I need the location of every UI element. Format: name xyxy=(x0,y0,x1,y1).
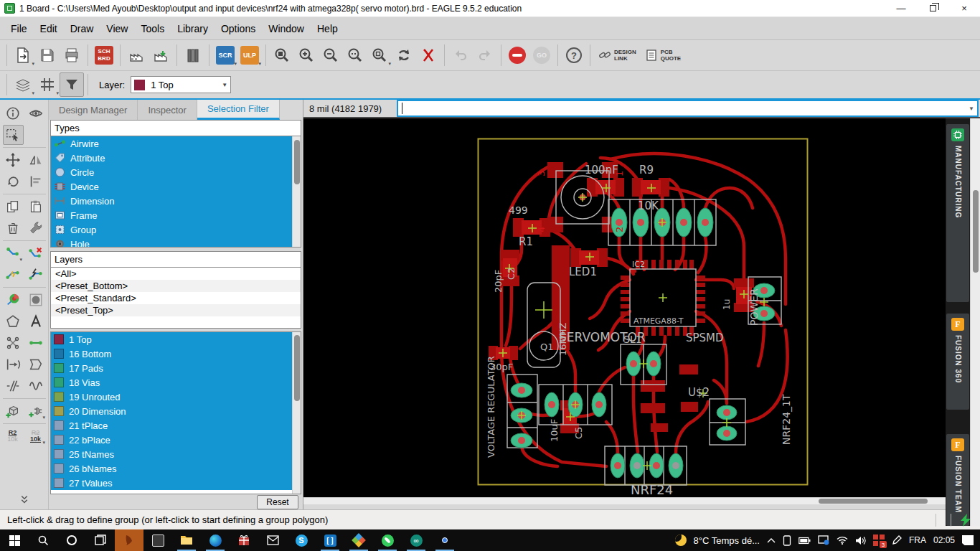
help-button[interactable]: ? xyxy=(562,43,586,67)
menu-tools[interactable]: Tools xyxy=(134,20,171,37)
tab-design-manager[interactable]: Design Manager xyxy=(49,100,138,120)
taskbar-edge-button[interactable] xyxy=(201,529,230,551)
type-dimension[interactable]: Dimension xyxy=(51,194,301,208)
change-tool[interactable] xyxy=(25,218,46,238)
menu-draw[interactable]: Draw xyxy=(64,20,100,37)
taskbar-eagle-button[interactable] xyxy=(115,529,143,551)
menu-window[interactable]: Window xyxy=(262,20,311,37)
menu-help[interactable]: Help xyxy=(311,20,344,37)
design-link-button[interactable]: DESIGNLINK xyxy=(598,49,636,62)
polygon-edge-tool[interactable] xyxy=(25,354,46,375)
zoom-page-button[interactable]: ▾ xyxy=(367,43,392,67)
volume-icon[interactable] xyxy=(855,536,866,545)
name-tool[interactable]: R210k xyxy=(2,426,23,446)
wifi-icon[interactable] xyxy=(837,536,848,545)
preset-standard[interactable]: <Preset_Standard> xyxy=(51,292,301,304)
layer-row-bplace[interactable]: 22 bPlace xyxy=(51,433,301,447)
value-tool[interactable]: R210k▾ xyxy=(25,426,46,446)
pcb-quote-button[interactable]: PCBQUOTE xyxy=(645,49,681,62)
group-select-tool[interactable] xyxy=(3,125,24,145)
minimize-button[interactable]: — xyxy=(885,0,917,17)
tab-inspector[interactable]: Inspector xyxy=(138,100,197,120)
stop-button[interactable] xyxy=(505,43,529,67)
reset-button[interactable]: Reset xyxy=(257,495,298,509)
command-input[interactable]: ▼ xyxy=(397,100,979,117)
airwire-tool[interactable] xyxy=(25,333,46,353)
zoom-select-button[interactable] xyxy=(343,43,367,67)
canvas-hscrollbar[interactable] xyxy=(303,497,946,504)
layer-row-bottom[interactable]: 16 Bottom xyxy=(51,347,301,361)
go-button[interactable]: GO xyxy=(529,43,554,67)
optimize-tool[interactable] xyxy=(25,265,46,285)
ulp-button[interactable]: ULP▾ xyxy=(237,43,262,67)
taskbar-whatsapp-button[interactable] xyxy=(373,529,402,551)
grid-button[interactable]: ▾ xyxy=(35,72,60,97)
preset-all[interactable]: <All> xyxy=(51,268,301,280)
battery-icon[interactable] xyxy=(798,537,811,545)
updates-badge-icon[interactable]: 3 xyxy=(873,534,885,546)
task-view-button[interactable] xyxy=(86,529,115,551)
zoom-out-button[interactable] xyxy=(319,43,343,67)
layer-row-tplace[interactable]: 21 tPlace xyxy=(51,418,301,433)
taskbar-gift-button[interactable] xyxy=(230,529,258,551)
unroute-tool[interactable] xyxy=(2,265,23,285)
add-device-tool[interactable]: ▾ xyxy=(25,401,46,421)
type-circle[interactable]: Circle xyxy=(51,165,301,179)
route-tool[interactable]: ▾ xyxy=(2,243,23,263)
layer-row-bnames[interactable]: 26 bNames xyxy=(51,461,301,476)
taskbar-explorer-button[interactable] xyxy=(172,529,201,551)
scrollbar-thumb[interactable] xyxy=(819,499,928,504)
schematic-board-toggle-button[interactable]: SCHBRD xyxy=(92,43,116,67)
cancel-command-button[interactable] xyxy=(416,43,440,67)
polygon-tool[interactable] xyxy=(2,311,23,331)
taskbar-mail-button[interactable] xyxy=(258,529,287,551)
ripup-tool[interactable] xyxy=(25,243,46,263)
circle-tool[interactable] xyxy=(25,290,46,310)
ratsnest-tool[interactable] xyxy=(2,333,23,353)
tab-fusion-360[interactable]: F FUSION 360 xyxy=(946,314,969,410)
copy-tool[interactable] xyxy=(2,197,23,217)
open-file-button[interactable]: ▾ xyxy=(11,43,35,67)
zoom-in-button[interactable] xyxy=(294,43,319,67)
layers-scrollbar[interactable] xyxy=(292,332,301,494)
redo-button[interactable] xyxy=(473,43,497,67)
tray-expand-icon[interactable] xyxy=(767,537,776,543)
type-attribute[interactable]: Attribute xyxy=(51,151,301,165)
layer-row-top[interactable]: 1 Top xyxy=(51,332,301,347)
layer-dropdown[interactable]: 1 Top ▼ xyxy=(131,76,231,93)
type-frame[interactable]: Frame xyxy=(51,208,301,222)
scrollbar-thumb[interactable] xyxy=(973,190,979,273)
rotate-tool[interactable] xyxy=(2,171,23,192)
mirror-tool[interactable] xyxy=(25,150,46,170)
taskbar-code-button[interactable]: [ ] xyxy=(316,529,344,551)
search-button[interactable] xyxy=(29,529,57,551)
language-indicator[interactable]: FRA xyxy=(909,535,926,545)
signal-tool[interactable] xyxy=(2,354,23,375)
paste-tool[interactable] xyxy=(25,197,46,217)
split-tool[interactable] xyxy=(2,376,23,396)
move-tool[interactable] xyxy=(2,150,23,170)
taskbar-skype-button[interactable]: S xyxy=(287,529,316,551)
menu-file[interactable]: File xyxy=(4,20,34,37)
preset-top[interactable]: <Preset_Top> xyxy=(51,304,301,316)
phone-link-icon[interactable] xyxy=(783,535,791,546)
type-airwire[interactable]: Airwire xyxy=(51,136,301,151)
taskbar-diamond-button[interactable] xyxy=(344,529,373,551)
zoom-fit-button[interactable] xyxy=(270,43,294,67)
layer-row-pads[interactable]: 17 Pads xyxy=(51,361,301,375)
weather-moon-icon[interactable] xyxy=(675,534,687,546)
layer-row-tvalues[interactable]: 27 tValues xyxy=(51,476,301,490)
undo-button[interactable] xyxy=(448,43,473,67)
add-part-tool[interactable] xyxy=(2,401,23,421)
cam-export-button[interactable] xyxy=(149,43,173,67)
show-tool[interactable] xyxy=(25,103,46,123)
delete-tool[interactable] xyxy=(2,218,23,238)
save-button[interactable] xyxy=(35,43,60,67)
canvas-vscrollbar[interactable] xyxy=(970,118,980,526)
layer-row-vias[interactable]: 18 Vias xyxy=(51,375,301,390)
tab-selection-filter[interactable]: Selection Filter xyxy=(197,100,280,120)
align-tool[interactable] xyxy=(25,171,46,192)
menu-options[interactable]: Options xyxy=(215,20,262,37)
scrollbar-thumb[interactable] xyxy=(294,140,300,184)
type-hole[interactable]: Hole xyxy=(51,237,301,248)
